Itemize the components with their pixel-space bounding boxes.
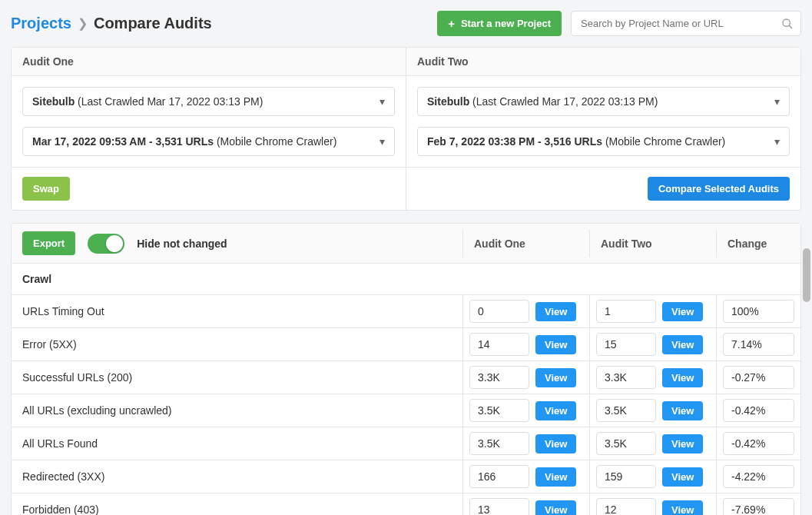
audit-one-audit-select[interactable]: Mar 17, 2022 09:53 AM - 3,531 URLs (Mobi…	[22, 127, 395, 156]
audit-one-header: Audit One	[12, 48, 406, 76]
audit-two-value: 12	[596, 498, 656, 515]
table-row: Error (5XX) 14 View 15 View 7.14%	[12, 328, 800, 361]
swap-button[interactable]: Swap	[22, 177, 70, 201]
view-audit-one-button[interactable]: View	[535, 434, 576, 454]
audit-one-value: 3.5K	[469, 432, 529, 455]
view-audit-one-button[interactable]: View	[535, 467, 576, 487]
view-audit-two-button[interactable]: View	[662, 500, 703, 516]
table-row: Redirected (3XX) 166 View 159 View -4.22…	[12, 460, 800, 493]
audit-one-value: 166	[469, 465, 529, 488]
table-row: All URLs Found 3.5K View 3.5K View -0.42…	[12, 427, 800, 460]
section-crawl: Crawl	[12, 264, 800, 295]
view-audit-two-button[interactable]: View	[662, 434, 703, 454]
audit-two-value: 3.5K	[596, 399, 656, 422]
chevron-right-icon: ❯	[78, 16, 88, 31]
metric-name: Redirected (3XX)	[12, 463, 462, 490]
plus-icon: +	[448, 17, 455, 30]
audit-one-value: 3.5K	[469, 399, 529, 422]
audit-two-value: 3.3K	[596, 366, 656, 389]
audit-one-audit-meta: (Mobile Chrome Crawler)	[214, 135, 336, 148]
start-project-button[interactable]: + Start a new Project	[437, 11, 562, 36]
audit-one-audit-main: Mar 17, 2022 09:53 AM - 3,531 URLs	[32, 135, 214, 148]
audit-one-project-select[interactable]: Sitebulb (Last Crawled Mar 17, 2022 03:1…	[22, 87, 395, 116]
metric-name: URLs Timing Out	[12, 297, 462, 325]
audit-two-value: 15	[596, 333, 656, 356]
audit-one-value: 0	[469, 300, 529, 323]
view-audit-one-button[interactable]: View	[535, 401, 576, 420]
audit-one-value: 3.3K	[469, 366, 529, 389]
change-value: -7.69%	[723, 498, 794, 515]
table-row: Forbidden (403) 13 View 12 View -7.69%	[12, 493, 800, 515]
audit-two-header: Audit Two	[406, 48, 800, 76]
view-audit-one-button[interactable]: View	[535, 335, 576, 354]
change-value: -4.22%	[723, 465, 794, 488]
audit-one-value: 14	[469, 333, 529, 356]
audit-two-value: 1	[596, 300, 656, 323]
hide-not-changed-toggle[interactable]	[88, 234, 124, 254]
caret-down-icon: ▾	[774, 135, 780, 148]
audit-two-value: 159	[596, 465, 656, 488]
metric-name: All URLs Found	[12, 430, 462, 457]
compare-button[interactable]: Compare Selected Audits	[648, 177, 790, 201]
view-audit-one-button[interactable]: View	[535, 368, 576, 387]
view-audit-two-button[interactable]: View	[662, 467, 703, 487]
svg-line-1	[789, 25, 792, 28]
view-audit-one-button[interactable]: View	[535, 302, 576, 321]
table-row: URLs Timing Out 0 View 1 View 100%	[12, 295, 800, 328]
audit-two-audit-select[interactable]: Feb 7, 2022 03:38 PM - 3,516 URLs (Mobil…	[417, 127, 790, 156]
start-project-label: Start a new Project	[461, 18, 551, 29]
view-audit-one-button[interactable]: View	[535, 500, 576, 516]
search-input[interactable]	[571, 11, 801, 36]
column-header-audit-one: Audit One	[462, 230, 589, 258]
page-title: Compare Audits	[94, 15, 212, 32]
audit-two-audit-main: Feb 7, 2022 03:38 PM - 3,516 URLs	[427, 135, 602, 148]
scrollbar-thumb[interactable]	[803, 248, 810, 302]
caret-down-icon: ▾	[774, 95, 780, 108]
change-value: -0.42%	[723, 432, 794, 455]
export-button[interactable]: Export	[22, 231, 75, 255]
svg-point-0	[783, 19, 790, 26]
metric-name: Successful URLs (200)	[12, 364, 462, 391]
view-audit-two-button[interactable]: View	[662, 401, 703, 420]
breadcrumb-projects-link[interactable]: Projects	[11, 15, 71, 32]
audit-one-project-meta: (Last Crawled Mar 17, 2022 03:13 PM)	[75, 95, 263, 108]
audit-two-project-select[interactable]: Sitebulb (Last Crawled Mar 17, 2022 03:1…	[417, 87, 790, 116]
audit-two-value: 3.5K	[596, 432, 656, 455]
audit-select-panel: Audit One Sitebulb (Last Crawled Mar 17,…	[11, 47, 801, 211]
change-value: 100%	[723, 300, 794, 323]
breadcrumb: Projects ❯ Compare Audits	[11, 15, 212, 32]
caret-down-icon: ▾	[379, 135, 385, 148]
metric-name: Error (5XX)	[12, 331, 462, 358]
search-icon	[781, 18, 794, 30]
audit-one-value: 13	[469, 498, 529, 515]
column-header-audit-two: Audit Two	[589, 230, 716, 258]
toggle-knob	[106, 235, 123, 252]
comparison-table: Export Hide not changed Audit One Audit …	[11, 223, 801, 515]
audit-two-audit-meta: (Mobile Chrome Crawler)	[602, 135, 725, 148]
view-audit-two-button[interactable]: View	[662, 368, 703, 387]
view-audit-two-button[interactable]: View	[662, 302, 703, 321]
hide-not-changed-label: Hide not changed	[137, 238, 227, 250]
metric-name: Forbidden (403)	[12, 496, 462, 515]
table-row: Successful URLs (200) 3.3K View 3.3K Vie…	[12, 361, 800, 394]
audit-one-project-name: Sitebulb	[32, 95, 75, 108]
view-audit-two-button[interactable]: View	[662, 335, 703, 354]
change-value: 7.14%	[723, 333, 794, 356]
caret-down-icon: ▾	[379, 95, 385, 108]
audit-two-project-name: Sitebulb	[427, 95, 469, 108]
column-header-change: Change	[716, 230, 800, 258]
change-value: -0.42%	[723, 399, 794, 422]
metric-name: All URLs (excluding uncrawled)	[12, 397, 462, 424]
table-row: All URLs (excluding uncrawled) 3.5K View…	[12, 394, 800, 427]
change-value: -0.27%	[723, 366, 794, 389]
audit-two-project-meta: (Last Crawled Mar 17, 2022 03:13 PM)	[469, 95, 658, 108]
